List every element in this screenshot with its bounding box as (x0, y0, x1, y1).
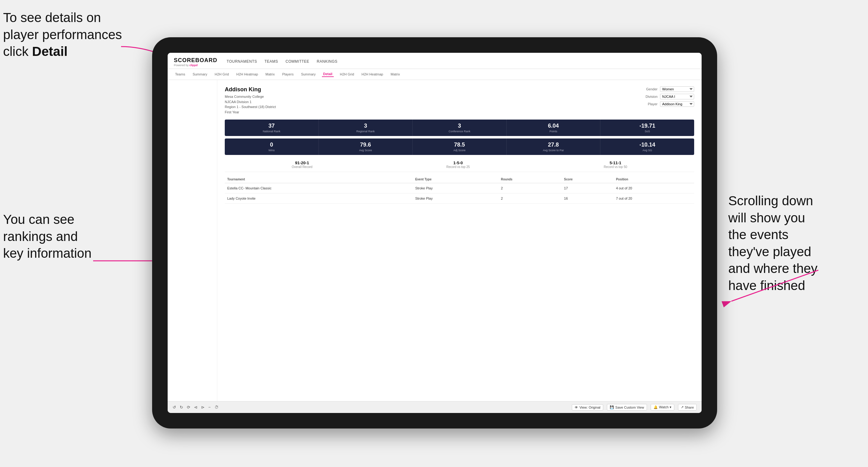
cell-rounds: 2 (498, 183, 561, 193)
record-top25: 1-5-0 Record vs top 25 (446, 160, 470, 168)
cell-position: 4 out of 20 (614, 183, 694, 193)
player-division: NJCAA Division 1 (225, 99, 276, 105)
division-label: Division (641, 95, 657, 98)
logo-powered: Powered by clippd (174, 64, 217, 67)
player-header: Addison King Mesa Community College NJCA… (225, 86, 694, 115)
content-area: Addison King Mesa Community College NJCA… (168, 80, 702, 401)
share-button[interactable]: ↗ Share (678, 404, 696, 410)
sub-nav-h2h-heatmap[interactable]: H2H Heatmap (235, 72, 259, 77)
col-event-type: Event Type (412, 176, 498, 183)
cell-tournament: Estella CC- Mountain Classic (225, 183, 412, 193)
cell-score: 16 (562, 193, 614, 204)
main-nav: TOURNAMENTS TEAMS COMMITTEE RANKINGS (227, 59, 337, 65)
gender-select[interactable]: Women (660, 86, 694, 92)
tablet-screen: SCOREBOARD Powered by clippd TOURNAMENTS… (168, 53, 702, 413)
toolbar: ↺ ↻ ⟳ ⊲ ⊳ − ⏱ 👁 View: Original 💾 Save Cu… (168, 401, 702, 413)
record-top50: 5-11-1 Record vs top 50 (604, 160, 627, 168)
forward-icon[interactable]: ⊳ (201, 405, 205, 410)
clock-icon[interactable]: ⏱ (215, 405, 219, 410)
stat-avg-sg: -10.14 Avg SG (600, 138, 694, 155)
stats-row-1: 37 National Rank 3 Regional Rank 3 Confe… (225, 120, 694, 136)
table-row[interactable]: Estella CC- Mountain Classic Stroke Play… (225, 183, 694, 193)
right-content: Addison King Mesa Community College NJCA… (217, 80, 702, 401)
stat-wins: 0 Wins (225, 138, 319, 155)
player-select[interactable]: Addison King (660, 101, 694, 107)
stat-regional-rank: 3 Regional Rank (319, 120, 413, 136)
col-score: Score (562, 176, 614, 183)
col-tournament: Tournament (225, 176, 412, 183)
stat-national-rank: 37 National Rank (225, 120, 319, 136)
table-header-row: Tournament Event Type Rounds Score Posit… (225, 176, 694, 183)
tablet-frame: SCOREBOARD Powered by clippd TOURNAMENTS… (152, 37, 717, 429)
tournament-table: Tournament Event Type Rounds Score Posit… (225, 176, 694, 204)
logo-scoreboard: SCOREBOARD (174, 57, 217, 64)
view-original-button[interactable]: 👁 View: Original (572, 404, 603, 410)
sub-nav-teams[interactable]: Teams (174, 72, 186, 77)
sub-nav-detail[interactable]: Detail (322, 71, 334, 77)
table-row[interactable]: Lady Coyote Invite Stroke Play 2 16 7 ou… (225, 193, 694, 204)
stat-points: 6.04 Points (507, 120, 601, 136)
cell-score: 17 (562, 183, 614, 193)
sub-nav-players[interactable]: Players (281, 72, 295, 77)
player-region: Region 1 - Southwest (18) District (225, 104, 276, 110)
gender-label: Gender (641, 87, 657, 91)
cell-rounds: 2 (498, 193, 561, 204)
annotation-bottom-left: You can see rankings and key information (3, 211, 121, 262)
sub-nav-matrix2[interactable]: Matrix (389, 72, 401, 77)
share-icon: ↗ (681, 405, 684, 409)
save-icon: 💾 (610, 405, 614, 409)
logo-area: SCOREBOARD Powered by clippd (174, 57, 217, 67)
minus-icon[interactable]: − (208, 405, 211, 410)
nav-rankings[interactable]: RANKINGS (317, 59, 337, 65)
stat-avg-score-par: 27.8 Avg Score to Par (507, 138, 601, 155)
save-custom-view-button[interactable]: 💾 Save Custom View (607, 404, 647, 410)
nav-tournaments[interactable]: TOURNAMENTS (227, 59, 257, 65)
record-overall: 91-20-1 Overall Record (292, 160, 313, 168)
annotation-right: Scrolling down will show you the events … (728, 192, 865, 294)
cell-event-type: Stroke Play (412, 193, 498, 204)
nav-bar: SCOREBOARD Powered by clippd TOURNAMENTS… (168, 53, 702, 69)
player-info: Addison King Mesa Community College NJCA… (225, 86, 276, 115)
redo-icon[interactable]: ↻ (180, 405, 183, 410)
player-year: First Year (225, 110, 276, 115)
player-college: Mesa Community College (225, 94, 276, 99)
col-rounds: Rounds (498, 176, 561, 183)
player-name: Addison King (225, 86, 276, 93)
gender-filter-row: Gender Women (641, 86, 694, 92)
nav-teams[interactable]: TEAMS (265, 59, 278, 65)
sub-nav-h2h-heatmap2[interactable]: H2H Heatmap (361, 72, 385, 77)
sub-nav-summary[interactable]: Summary (191, 72, 208, 77)
left-panel (168, 80, 217, 401)
annotation-top-left: To see details on player performances cl… (3, 9, 133, 60)
stat-sos: -19.71 SoS (600, 120, 694, 136)
cell-tournament: Lady Coyote Invite (225, 193, 412, 204)
undo-icon[interactable]: ↺ (173, 405, 176, 410)
player-label: Player (641, 102, 657, 106)
records-row: 91-20-1 Overall Record 1-5-0 Record vs t… (225, 157, 694, 172)
cell-event-type: Stroke Play (412, 183, 498, 193)
watch-button[interactable]: 🔔 Watch ▾ (651, 404, 674, 410)
stat-adj-score: 78.5 Adj Score (412, 138, 507, 155)
player-filters: Gender Women Division NJCAA I (641, 86, 694, 107)
sub-nav-h2h-grid2[interactable]: H2H Grid (339, 72, 355, 77)
refresh-icon[interactable]: ⟳ (187, 405, 190, 410)
stat-conference-rank: 3 Conference Rank (412, 120, 507, 136)
sub-nav-matrix[interactable]: Matrix (264, 72, 276, 77)
eye-icon: 👁 (575, 406, 578, 409)
cell-position: 7 out of 20 (614, 193, 694, 204)
sub-nav-h2h-grid[interactable]: H2H Grid (213, 72, 230, 77)
player-filter-row: Player Addison King (641, 101, 694, 107)
back-icon[interactable]: ⊲ (194, 405, 197, 410)
stats-row-2: 0 Wins 79.6 Avg Score 78.5 Adj Score 27.… (225, 138, 694, 155)
nav-committee[interactable]: COMMITTEE (286, 59, 310, 65)
stat-avg-score: 79.6 Avg Score (319, 138, 413, 155)
sub-nav: Teams Summary H2H Grid H2H Heatmap Matri… (168, 69, 702, 80)
sub-nav-summary2[interactable]: Summary (300, 72, 317, 77)
col-position: Position (614, 176, 694, 183)
division-select[interactable]: NJCAA I (660, 94, 694, 99)
watch-icon: 🔔 (653, 405, 658, 409)
division-filter-row: Division NJCAA I (641, 94, 694, 99)
